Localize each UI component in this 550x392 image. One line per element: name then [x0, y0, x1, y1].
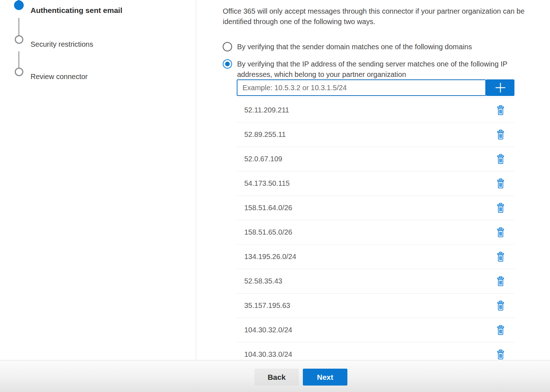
ip-address-value: 52.89.255.11 — [244, 130, 496, 139]
wizard-footer: Back Next — [0, 360, 550, 392]
page-description: Office 365 will only accept messages thr… — [223, 6, 550, 27]
delete-ip-button[interactable] — [496, 203, 505, 213]
ip-address-value: 104.30.32.0/24 — [244, 326, 496, 334]
ip-list-row: 52.58.35.43 — [237, 269, 514, 294]
ip-address-list: 52.11.209.211 52. — [237, 98, 514, 360]
trash-icon — [496, 300, 505, 311]
delete-ip-button[interactable] — [496, 325, 505, 336]
sidebar-content-divider — [196, 0, 196, 360]
trash-icon — [496, 154, 505, 165]
delete-ip-button[interactable] — [496, 154, 505, 165]
ip-list-row: 158.51.65.0/26 — [237, 220, 514, 245]
ip-address-value: 104.30.33.0/24 — [244, 350, 496, 359]
radio-unselected-icon[interactable] — [223, 42, 232, 51]
plus-icon — [494, 82, 507, 94]
next-button[interactable]: Next — [303, 369, 347, 386]
connector-wizard-page: Authenticating sent email Security restr… — [0, 0, 550, 392]
radio-option-sender-domain[interactable]: By verifying that the sender domain matc… — [223, 42, 472, 52]
ip-list-row: 35.157.195.63 — [237, 294, 514, 318]
step-upcoming-dot-icon — [15, 35, 23, 44]
trash-icon — [496, 227, 505, 238]
delete-ip-button[interactable] — [496, 276, 505, 287]
trash-icon — [496, 178, 505, 189]
add-ip-button[interactable] — [486, 79, 514, 96]
radio-option-label: By verifying that the IP address of the … — [237, 59, 532, 80]
trash-icon — [496, 349, 505, 360]
radio-selected-icon[interactable] — [223, 59, 232, 69]
ip-list-row: 158.51.64.0/26 — [237, 196, 514, 220]
ip-list-row: 134.195.26.0/24 — [237, 245, 514, 269]
ip-list-row: 52.0.67.109 — [237, 147, 514, 171]
ip-address-value: 158.51.65.0/26 — [244, 228, 496, 236]
delete-ip-button[interactable] — [496, 105, 505, 116]
ip-address-value: 158.51.64.0/26 — [244, 204, 496, 212]
step-label: Authenticating sent email — [31, 6, 123, 15]
ip-list-row: 54.173.50.115 — [237, 171, 514, 196]
step-label: Review connector — [31, 73, 88, 81]
trash-icon — [496, 105, 505, 116]
delete-ip-button[interactable] — [496, 349, 505, 360]
ip-address-value: 52.0.67.109 — [244, 155, 496, 163]
back-button[interactable]: Back — [254, 369, 299, 386]
trash-icon — [496, 325, 505, 336]
delete-ip-button[interactable] — [496, 252, 505, 262]
step-current-dot-icon — [14, 0, 24, 10]
radio-dot — [225, 62, 230, 66]
step-upcoming-dot-icon — [15, 68, 23, 76]
ip-address-value: 52.11.209.211 — [244, 106, 496, 114]
ip-address-value: 52.58.35.43 — [244, 277, 496, 285]
ip-address-value: 134.195.26.0/24 — [244, 253, 496, 261]
ip-list-row: 104.30.32.0/24 — [237, 318, 514, 342]
trash-icon — [496, 252, 505, 262]
wizard-stepper-sidebar: Authenticating sent email Security restr… — [0, 0, 196, 360]
ip-list-row: 52.11.209.211 — [237, 98, 514, 123]
ip-address-value: 35.157.195.63 — [244, 301, 496, 310]
delete-ip-button[interactable] — [496, 129, 505, 140]
delete-ip-button[interactable] — [496, 227, 505, 238]
step-label: Security restrictions — [31, 40, 93, 49]
stepper-connector-line — [18, 18, 19, 37]
trash-icon — [496, 203, 505, 213]
ip-address-input[interactable] — [237, 79, 486, 96]
ip-address-value: 54.173.50.115 — [244, 179, 496, 188]
trash-icon — [496, 129, 505, 140]
delete-ip-button[interactable] — [496, 300, 505, 311]
ip-list-row: 104.30.33.0/24 — [237, 342, 514, 360]
radio-option-label: By verifying that the sender domain matc… — [237, 42, 472, 52]
trash-icon — [496, 276, 505, 287]
ip-entry-row — [237, 79, 514, 96]
delete-ip-button[interactable] — [496, 178, 505, 189]
ip-list-row: 52.89.255.11 — [237, 123, 514, 147]
radio-option-ip-address[interactable]: By verifying that the IP address of the … — [223, 59, 532, 80]
